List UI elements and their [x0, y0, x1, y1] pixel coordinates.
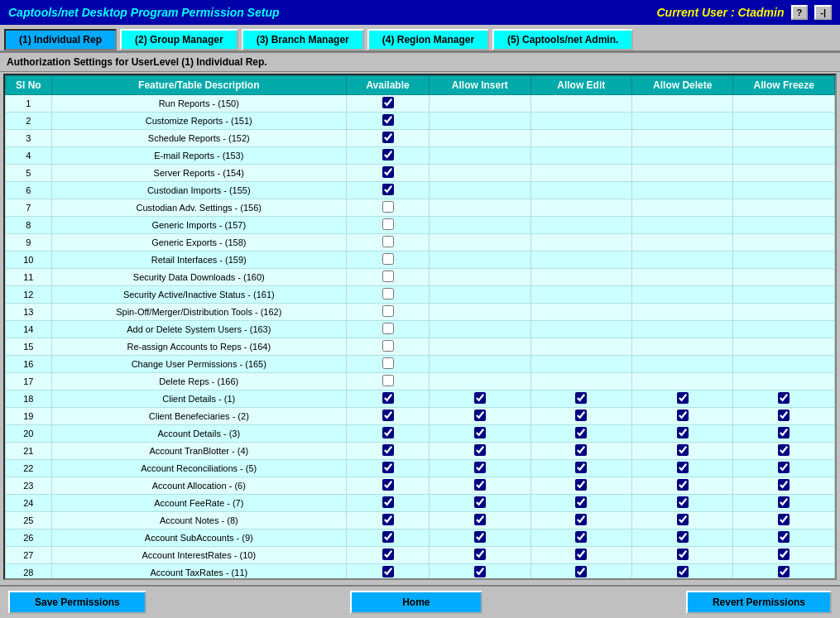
cell-allow-delete[interactable]	[632, 443, 733, 460]
cell-allow-insert[interactable]	[430, 495, 530, 512]
checkbox-available[interactable]	[382, 340, 394, 352]
cell-allow-freeze[interactable]	[733, 443, 835, 460]
cell-allow-freeze[interactable]	[733, 356, 835, 373]
cell-allow-edit[interactable]	[530, 286, 631, 304]
cell-allow-delete[interactable]	[632, 564, 733, 581]
cell-available[interactable]	[346, 356, 429, 373]
cell-allow-insert[interactable]	[430, 338, 530, 356]
checkbox-insert[interactable]	[474, 479, 486, 491]
cell-allow-delete[interactable]	[632, 512, 733, 529]
checkbox-delete[interactable]	[677, 427, 689, 438]
checkbox-insert[interactable]	[474, 392, 486, 404]
checkbox-edit[interactable]	[575, 392, 587, 404]
close-button[interactable]: -|	[814, 5, 832, 20]
cell-allow-delete[interactable]	[632, 304, 733, 321]
cell-allow-delete[interactable]	[632, 477, 733, 495]
cell-allow-freeze[interactable]	[733, 321, 835, 338]
checkbox-insert[interactable]	[474, 496, 486, 508]
checkbox-available[interactable]	[382, 288, 394, 299]
checkbox-edit[interactable]	[575, 496, 587, 508]
checkbox-freeze[interactable]	[778, 496, 790, 508]
checkbox-freeze[interactable]	[778, 514, 790, 525]
checkbox-available[interactable]	[382, 375, 394, 386]
cell-allow-freeze[interactable]	[733, 182, 835, 199]
cell-allow-insert[interactable]	[430, 147, 530, 165]
checkbox-insert[interactable]	[474, 566, 486, 577]
checkbox-freeze[interactable]	[778, 410, 790, 421]
cell-allow-delete[interactable]	[632, 199, 733, 217]
cell-available[interactable]	[346, 529, 429, 547]
cell-allow-edit[interactable]	[530, 217, 631, 234]
cell-allow-delete[interactable]	[632, 390, 733, 408]
tab-individual-rep[interactable]: (1) Individual Rep	[4, 29, 117, 50]
cell-allow-freeze[interactable]	[733, 408, 835, 425]
cell-allow-edit[interactable]	[530, 269, 631, 286]
cell-allow-delete[interactable]	[632, 529, 733, 547]
cell-allow-insert[interactable]	[430, 564, 530, 581]
cell-allow-freeze[interactable]	[733, 286, 835, 304]
cell-allow-freeze[interactable]	[733, 304, 835, 321]
cell-allow-edit[interactable]	[530, 321, 631, 338]
cell-allow-freeze[interactable]	[733, 165, 835, 182]
checkbox-edit[interactable]	[575, 566, 587, 577]
cell-available[interactable]	[346, 95, 429, 113]
cell-allow-edit[interactable]	[530, 165, 631, 182]
cell-allow-edit[interactable]	[530, 130, 631, 147]
cell-available[interactable]	[346, 269, 429, 286]
tab-region-manager[interactable]: (4) Region Manager	[367, 29, 489, 50]
cell-allow-freeze[interactable]	[733, 130, 835, 147]
cell-allow-insert[interactable]	[430, 529, 530, 547]
cell-allow-edit[interactable]	[530, 547, 631, 564]
cell-allow-delete[interactable]	[632, 373, 733, 390]
cell-available[interactable]	[346, 234, 429, 252]
cell-allow-insert[interactable]	[430, 304, 530, 321]
checkbox-delete[interactable]	[677, 479, 689, 491]
checkbox-available[interactable]	[382, 132, 394, 143]
cell-allow-insert[interactable]	[430, 113, 530, 130]
cell-allow-edit[interactable]	[530, 477, 631, 495]
cell-allow-freeze[interactable]	[733, 269, 835, 286]
cell-available[interactable]	[346, 113, 429, 130]
checkbox-available[interactable]	[382, 97, 394, 108]
cell-allow-insert[interactable]	[430, 425, 530, 443]
cell-available[interactable]	[346, 252, 429, 269]
cell-available[interactable]	[346, 425, 429, 443]
cell-allow-edit[interactable]	[530, 390, 631, 408]
cell-allow-freeze[interactable]	[733, 564, 835, 581]
checkbox-edit[interactable]	[575, 410, 587, 421]
checkbox-available[interactable]	[382, 357, 394, 369]
checkbox-delete[interactable]	[677, 392, 689, 404]
checkbox-available[interactable]	[382, 549, 394, 560]
cell-allow-insert[interactable]	[430, 199, 530, 217]
checkbox-available[interactable]	[382, 462, 394, 473]
cell-allow-insert[interactable]	[430, 512, 530, 529]
cell-allow-freeze[interactable]	[733, 529, 835, 547]
cell-available[interactable]	[346, 460, 429, 477]
cell-available[interactable]	[346, 286, 429, 304]
checkbox-available[interactable]	[382, 305, 394, 317]
checkbox-insert[interactable]	[474, 462, 486, 473]
cell-allow-delete[interactable]	[632, 356, 733, 373]
cell-allow-edit[interactable]	[530, 443, 631, 460]
cell-allow-freeze[interactable]	[733, 512, 835, 529]
cell-allow-insert[interactable]	[430, 443, 530, 460]
checkbox-freeze[interactable]	[778, 479, 790, 491]
cell-allow-delete[interactable]	[632, 182, 733, 199]
cell-allow-insert[interactable]	[430, 95, 530, 113]
cell-allow-insert[interactable]	[430, 460, 530, 477]
table-container[interactable]: Sl No Feature/Table Description Availabl…	[3, 74, 837, 580]
checkbox-available[interactable]	[382, 184, 394, 195]
cell-allow-edit[interactable]	[530, 234, 631, 252]
checkbox-insert[interactable]	[474, 410, 486, 421]
checkbox-available[interactable]	[382, 218, 394, 230]
cell-allow-freeze[interactable]	[733, 95, 835, 113]
checkbox-delete[interactable]	[677, 462, 689, 473]
cell-allow-delete[interactable]	[632, 147, 733, 165]
cell-allow-freeze[interactable]	[733, 477, 835, 495]
cell-allow-delete[interactable]	[632, 495, 733, 512]
cell-allow-insert[interactable]	[430, 234, 530, 252]
checkbox-available[interactable]	[382, 392, 394, 404]
cell-allow-edit[interactable]	[530, 147, 631, 165]
checkbox-freeze[interactable]	[778, 531, 790, 543]
cell-available[interactable]	[346, 147, 429, 165]
